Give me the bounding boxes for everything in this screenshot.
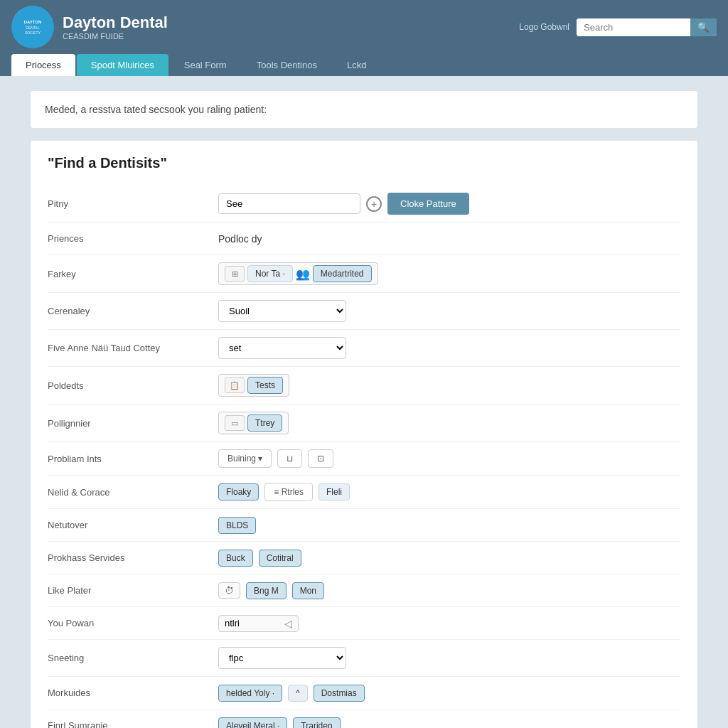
farkey-tag-0[interactable]: Nor Ta · xyxy=(247,265,293,282)
you-powan-input-group: ◁ xyxy=(218,615,299,632)
label-farkey: Farkey xyxy=(48,269,218,279)
like-plater-tag-group: ⏱ xyxy=(218,582,240,599)
value-nelid: Floaky ≡ Rtrles Fleli xyxy=(218,483,680,501)
field-pitny: Pitny + Cloke Patture xyxy=(48,186,680,223)
cloke-patture-button[interactable]: Cloke Patture xyxy=(387,193,469,215)
clock-icon: ⏱ xyxy=(225,585,234,596)
morkuides-tag-1[interactable]: ^ xyxy=(288,685,308,702)
svg-text:DAYTON: DAYTON xyxy=(24,20,42,24)
add-icon[interactable]: + xyxy=(366,196,382,212)
persons-icon: 👥 xyxy=(296,267,310,281)
field-five-anne: Five Anne Näü Taud Cottey set xyxy=(48,330,680,367)
field-netutover: Netutover BLDS xyxy=(48,509,680,542)
pollignnier-tag[interactable]: Ttrey xyxy=(247,414,282,432)
banner-text: Meded, a resstva tated secsook you ralin… xyxy=(45,104,683,115)
label-pitny: Pitny xyxy=(48,198,218,209)
farkey-tag-1[interactable]: Medartrited xyxy=(313,265,372,282)
svg-text:DENTAL: DENTAL xyxy=(26,26,40,30)
poldedts-tag[interactable]: Tests xyxy=(247,377,283,394)
main-card: "Find a Dentisits" Pitny + Cloke Patture… xyxy=(30,140,698,728)
netutover-tag[interactable]: BLDS xyxy=(218,517,256,534)
field-poldedts: Poldedts 📋 Tests xyxy=(48,367,680,405)
field-priences: Priences Podloc dy xyxy=(48,223,680,255)
poldedts-icon: 📋 xyxy=(225,378,245,393)
field-nelid: Nelid & Corace Floaky ≡ Rtrles Fleli xyxy=(48,476,680,509)
cerenaley-select[interactable]: Suoil xyxy=(218,300,346,322)
site-title: Dayton Dental CEASDIM FUIDE xyxy=(63,14,168,41)
probliam-tag-1[interactable]: ⊔ xyxy=(277,449,302,468)
probliam-tag-2[interactable]: ⊡ xyxy=(308,449,333,468)
label-sneeting: Sneeting xyxy=(48,653,218,663)
farkey-tag-group: ⊞ Nor Ta · 👥 Medartrited xyxy=(218,262,378,285)
label-morkuides: Morkuides xyxy=(48,687,218,698)
value-farkey: ⊞ Nor Ta · 👥 Medartrited xyxy=(218,262,680,285)
label-pollignnier: Pollignnier xyxy=(48,418,218,429)
morkuides-tag-0[interactable]: helded Yoly · xyxy=(218,685,282,702)
nelid-tag-0[interactable]: Floaky xyxy=(218,483,259,500)
field-sneeting: Sneeting flpc xyxy=(48,640,680,677)
label-nelid: Nelid & Corace xyxy=(48,487,218,498)
value-you-powan: ◁ xyxy=(218,615,680,632)
field-pollignnier: Pollignnier ▭ Ttrey xyxy=(48,405,680,442)
nelid-tag-1[interactable]: ≡ Rtrles xyxy=(264,483,313,501)
header: DAYTON DENTAL SOCIETY Dayton Dental CEAS… xyxy=(0,0,728,54)
label-probliam: Probliam Ints xyxy=(48,454,218,464)
prokhass-tag-0[interactable]: Buck xyxy=(218,550,253,567)
pollignnier-icon: ▭ xyxy=(225,415,245,431)
search-input[interactable] xyxy=(577,18,690,36)
value-sneeting: flpc xyxy=(218,647,680,669)
page-content: Meded, a resstva tated secsook you ralin… xyxy=(16,76,712,728)
nelid-tag-2[interactable]: Fleli xyxy=(318,483,350,500)
find-title: "Find a Dentisits" xyxy=(48,155,680,171)
priences-text: Podloc dy xyxy=(218,233,262,245)
sneeting-select[interactable]: flpc xyxy=(218,647,346,669)
you-powan-input[interactable] xyxy=(225,618,282,628)
pitny-input[interactable] xyxy=(218,193,360,214)
tab-seal-form[interactable]: Seal Form xyxy=(170,54,241,76)
info-banner: Meded, a resstva tated secsook you ralin… xyxy=(30,90,698,129)
value-prokhass: Buck Cotitral xyxy=(218,550,680,567)
label-netutover: Netutover xyxy=(48,520,218,530)
like-plater-tag-2[interactable]: Mon xyxy=(292,582,324,599)
tab-tools[interactable]: Tools Dentinos xyxy=(242,54,331,76)
value-pitny: + Cloke Patture xyxy=(218,193,680,215)
search-button[interactable]: 🔍 xyxy=(690,18,717,36)
five-anne-select[interactable]: set xyxy=(218,337,346,359)
finrl-tag-1[interactable]: Trariden xyxy=(293,717,340,729)
field-finrl: Finrl Sumranie Aleveil Meral · Trariden xyxy=(48,710,680,728)
value-probliam: Buining ▾ ⊔ ⊡ xyxy=(218,449,680,468)
you-powan-icon: ◁ xyxy=(284,618,292,629)
label-you-powan: You Powan xyxy=(48,618,218,628)
value-priences: Podloc dy xyxy=(218,233,680,245)
label-cerenaley: Cerenaley xyxy=(48,306,218,316)
value-poldedts: 📋 Tests xyxy=(218,374,680,397)
field-you-powan: You Powan ◁ xyxy=(48,607,680,640)
site-name: Dayton Dental xyxy=(63,14,168,32)
label-finrl: Finrl Sumranie xyxy=(48,720,218,728)
value-like-plater: ⏱ Bng M Mon xyxy=(218,582,680,599)
tab-priocess[interactable]: Priocess xyxy=(11,54,75,76)
site-subtitle: CEASDIM FUIDE xyxy=(63,32,168,41)
probliam-tag-0[interactable]: Buining ▾ xyxy=(218,449,272,468)
value-morkuides: helded Yoly · ^ Dostmias xyxy=(218,685,680,702)
field-farkey: Farkey ⊞ Nor Ta · 👥 Medartrited xyxy=(48,255,680,293)
finrl-tag-0[interactable]: Aleveil Meral · xyxy=(218,717,287,729)
search-box[interactable]: 🔍 xyxy=(577,18,717,36)
value-netutover: BLDS xyxy=(218,517,680,534)
tab-spodt[interactable]: Spodt Mluirices xyxy=(77,54,168,76)
like-plater-tag-1[interactable]: Bng M xyxy=(246,582,287,599)
value-pollignnier: ▭ Ttrey xyxy=(218,412,680,434)
prokhass-tag-1[interactable]: Cotitral xyxy=(259,550,301,567)
logo-badge: Logo Gobwnl xyxy=(519,22,569,32)
label-five-anne: Five Anne Näü Taud Cottey xyxy=(48,343,218,353)
poldedts-tag-group: 📋 Tests xyxy=(218,374,289,397)
value-finrl: Aleveil Meral · Trariden xyxy=(218,717,680,729)
svg-text:SOCIETY: SOCIETY xyxy=(25,31,41,35)
value-five-anne: set xyxy=(218,337,680,359)
field-prokhass: Prokhass Servides Buck Cotitral xyxy=(48,542,680,574)
logo: DAYTON DENTAL SOCIETY xyxy=(11,6,54,48)
label-priences: Priences xyxy=(48,233,218,244)
header-right: Logo Gobwnl 🔍 xyxy=(519,18,717,36)
tab-lckd[interactable]: Lckd xyxy=(333,54,380,76)
morkuides-tag-2[interactable]: Dostmias xyxy=(314,685,365,702)
